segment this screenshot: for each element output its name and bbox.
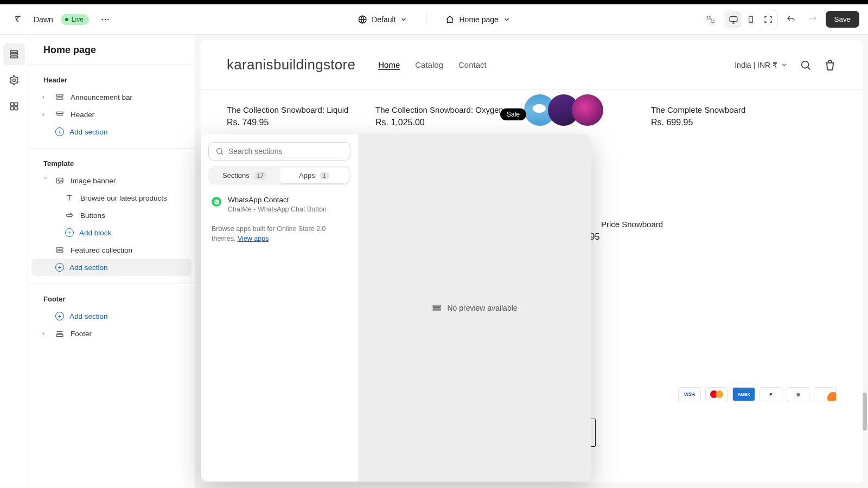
section-label: Announcement bar [71, 93, 132, 101]
add-section-footer[interactable]: + Add section [31, 307, 192, 325]
section-image-banner[interactable]: › Image banner [31, 172, 192, 189]
desktop-view-button[interactable] [725, 11, 742, 28]
nav-link-contact[interactable]: Contact [458, 60, 487, 69]
editor-toolbar: Dawn Live Default Home page [0, 4, 868, 35]
block-label: Browse our latest products [80, 194, 167, 202]
section-footer[interactable]: › Footer [31, 325, 192, 342]
exit-editor-button[interactable] [9, 11, 26, 28]
svg-rect-16 [56, 112, 63, 113]
section-icon [55, 110, 65, 119]
add-block-link[interactable]: + Add block [31, 224, 192, 241]
svg-rect-6 [10, 50, 17, 52]
nav-link-home[interactable]: Home [378, 60, 400, 69]
page-select-dropdown[interactable]: Home page [439, 11, 515, 28]
inspector-toggle-button[interactable] [702, 11, 719, 28]
svg-rect-12 [10, 107, 14, 110]
product-price: Rs. 1,025.00 [375, 118, 506, 127]
viewport-switcher [724, 10, 778, 29]
svg-rect-27 [433, 310, 441, 311]
section-header[interactable]: › Header [31, 106, 192, 123]
cart-button[interactable] [824, 59, 837, 72]
text-icon [65, 194, 75, 202]
svg-rect-20 [56, 248, 63, 249]
svg-rect-10 [10, 102, 14, 106]
product-card[interactable]: The Collection Snowboard: Liquid Rs. 749… [227, 105, 357, 127]
section-icon [432, 303, 442, 313]
app-title: WhatsApp Contact [228, 196, 327, 204]
block-browse-products[interactable]: Browse our latest products [31, 189, 192, 207]
toolbar-divider [426, 13, 426, 26]
tab-label: Sections [222, 171, 250, 179]
view-apps-link[interactable]: View apps [238, 235, 269, 242]
add-section-header[interactable]: + Add section [31, 123, 192, 140]
search-sections-input-wrap[interactable] [208, 142, 350, 160]
left-rail [0, 35, 28, 488]
live-status-badge: Live [61, 14, 89, 25]
block-buttons[interactable]: Buttons [31, 207, 192, 224]
image-icon [55, 176, 65, 185]
svg-rect-26 [433, 307, 441, 309]
add-label: Add section [69, 312, 108, 320]
svg-rect-13 [14, 107, 17, 110]
section-label: Featured collection [71, 246, 132, 254]
sections-sidebar: Home page Header › Announcement bar › He… [28, 35, 195, 488]
product-title: The Collection Snowboard: Oxygen [375, 105, 506, 114]
svg-rect-25 [433, 305, 441, 307]
sections-rail-button[interactable] [3, 43, 25, 65]
app-embeds-rail-button[interactable] [3, 95, 25, 117]
product-price: Rs. 749.95 [227, 118, 357, 127]
plus-circle-icon: + [55, 312, 64, 320]
section-announcement-bar[interactable]: › Announcement bar [31, 88, 192, 106]
payment-visa-icon: VISA [678, 387, 701, 401]
nav-link-catalog[interactable]: Catalog [415, 60, 443, 69]
store-nav: Home Catalog Contact [378, 60, 486, 69]
product-card[interactable]: Sale [524, 105, 633, 132]
redo-button[interactable] [804, 11, 821, 28]
svg-rect-21 [56, 251, 63, 252]
tab-count: 17 [254, 172, 267, 179]
fullscreen-view-button[interactable] [760, 11, 776, 28]
add-section-popover: Sections 17 Apps 1 WhatsApp Contact Chat… [201, 134, 591, 481]
mobile-view-button[interactable] [743, 11, 759, 28]
svg-rect-22 [56, 335, 63, 336]
block-label: Buttons [80, 211, 105, 220]
payment-paypal-icon: P [760, 387, 782, 401]
store-header: karanisbuildingstore Home Catalog Contac… [201, 40, 863, 90]
live-status-text: Live [72, 16, 84, 23]
section-icon [55, 93, 65, 101]
section-icon [55, 246, 65, 254]
more-actions-button[interactable] [97, 11, 114, 28]
svg-point-9 [12, 79, 15, 82]
theme-settings-rail-button[interactable] [3, 69, 25, 91]
undo-button[interactable] [782, 11, 800, 28]
search-sections-input[interactable] [228, 147, 343, 156]
svg-rect-11 [14, 102, 17, 106]
search-button[interactable] [800, 59, 812, 71]
app-subtitle: ChatMe - WhatsApp Chat Button [228, 205, 327, 214]
chevron-right-icon: › [42, 330, 50, 337]
no-preview-text: No preview available [447, 304, 517, 312]
add-section-template[interactable]: + Add section [31, 259, 192, 276]
style-preset-dropdown[interactable]: Default [352, 11, 413, 28]
tab-sections[interactable]: Sections 17 [210, 168, 279, 183]
product-card[interactable]: The Complete Snowboard Rs. 699.95 [651, 105, 765, 127]
app-list-item[interactable]: WhatsApp Contact ChatMe - WhatsApp Chat … [208, 190, 350, 220]
chevron-down-icon: › [42, 177, 50, 184]
divider [28, 284, 195, 284]
locale-selector[interactable]: India | INR ₹ [735, 61, 788, 69]
section-featured-collection[interactable]: Featured collection [31, 241, 192, 259]
locale-label: India | INR ₹ [735, 61, 777, 69]
save-button[interactable]: Save [826, 11, 859, 28]
browse-apps-hint: Browse apps built for Online Store 2.0 t… [208, 220, 350, 248]
plus-circle-icon: + [55, 127, 64, 136]
plus-circle-icon: + [65, 228, 74, 237]
divider [28, 148, 195, 149]
product-card[interactable]: The Collection Snowboard: Oxygen Rs. 1,0… [375, 105, 506, 127]
chevron-down-icon [503, 16, 510, 23]
svg-point-24 [217, 149, 222, 153]
browser-chrome-strip [0, 0, 868, 4]
scrollbar-thumb[interactable] [863, 393, 867, 431]
tab-apps[interactable]: Apps 1 [279, 168, 349, 183]
popover-list-panel: Sections 17 Apps 1 WhatsApp Contact Chat… [201, 134, 358, 481]
group-label-template: Template [28, 156, 195, 172]
